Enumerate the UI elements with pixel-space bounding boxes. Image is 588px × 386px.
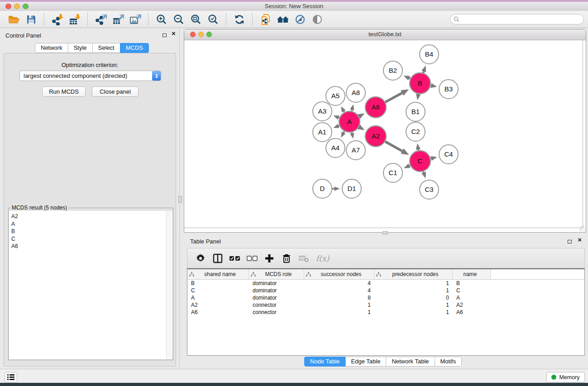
- run-mcds-button[interactable]: Run MCDS: [42, 86, 86, 97]
- graph-node-label: A3: [318, 107, 326, 115]
- graph-edge-B-B2[interactable]: [409, 78, 410, 79]
- tab-mcds[interactable]: MCDS: [120, 43, 149, 53]
- horizontal-splitter-handle[interactable]: [382, 231, 388, 234]
- graph-node-label: B: [418, 79, 422, 87]
- split-columns-icon[interactable]: [211, 252, 225, 265]
- save-session-icon[interactable]: [23, 13, 39, 26]
- graph-edge-C-C1[interactable]: [409, 166, 410, 166]
- dropdown-stepper-icon[interactable]: [152, 71, 161, 81]
- graph-edge-A-A5[interactable]: [344, 111, 344, 112]
- table-row[interactable]: Bdominator41B: [187, 280, 584, 287]
- table-cell: A2: [187, 301, 249, 309]
- graph-edge-C-C3[interactable]: [423, 172, 424, 172]
- table-row[interactable]: A2connector11A2: [187, 301, 584, 309]
- vertical-splitter-handle[interactable]: [178, 196, 182, 203]
- deselect-all-checkboxes-icon[interactable]: [245, 252, 259, 265]
- column-header-MCDS-role[interactable]: MCDS role: [249, 269, 304, 279]
- search-input[interactable]: [450, 14, 584, 24]
- export-table-icon[interactable]: [110, 13, 126, 26]
- zoom-in-icon[interactable]: [153, 13, 170, 26]
- table-row[interactable]: Adominator80A: [187, 294, 584, 301]
- clone-network-icon[interactable]: [258, 13, 274, 26]
- graph-node-label: A1: [318, 128, 326, 136]
- tab-network-table[interactable]: Network Table: [386, 357, 435, 367]
- export-image-icon[interactable]: [127, 13, 143, 26]
- delete-column-icon[interactable]: [280, 252, 293, 265]
- column-header-predecessor-nodes[interactable]: predecessor nodes: [374, 269, 453, 279]
- float-panel-icon[interactable]: [163, 33, 167, 37]
- graph-node-label: D: [320, 185, 325, 192]
- mcds-result-item[interactable]: A: [9, 220, 172, 228]
- export-network-icon[interactable]: [93, 13, 109, 26]
- graph-edge-arrowhead: [416, 94, 421, 100]
- search-field[interactable]: [461, 15, 583, 24]
- table-cell: 1: [374, 287, 453, 294]
- graph-edge-A6-B[interactable]: [385, 93, 402, 102]
- column-header-successor-nodes[interactable]: successor nodes: [304, 269, 374, 279]
- task-history-button[interactable]: [5, 372, 17, 382]
- graph-edge-arrowhead: [416, 143, 421, 150]
- close-table-panel-icon[interactable]: ×: [578, 236, 582, 244]
- network-graph[interactable]: B4B2BB3A8A5A6A3B1AA1C2A2A4A7C4CC1C3DD1: [184, 40, 583, 228]
- column-header-name[interactable]: name: [453, 269, 491, 279]
- optimization-criterion-label: Optimization criterion:: [4, 62, 176, 68]
- memory-button[interactable]: Memory: [546, 372, 585, 382]
- column-header-shared-name[interactable]: shared name: [187, 269, 249, 279]
- search-icon: [454, 16, 459, 22]
- hide-details-icon[interactable]: [292, 13, 308, 26]
- table-row[interactable]: A6connector11A6: [187, 309, 584, 316]
- refresh-layout-icon[interactable]: [231, 13, 248, 26]
- add-column-icon[interactable]: [263, 252, 276, 265]
- network-window-content: B4B2BB3A8A5A6A3B1AA1C2A2A4A7C4CC1C3DD1: [184, 40, 586, 232]
- graph-node-label: A5: [331, 92, 339, 100]
- delete-table-icon[interactable]: [297, 252, 311, 265]
- open-file-icon[interactable]: [6, 13, 22, 26]
- settings-gear-icon[interactable]: [194, 252, 207, 265]
- table-row[interactable]: Cdominator41C: [187, 287, 584, 294]
- graph-edge-A-A1[interactable]: [339, 126, 339, 126]
- network-window-titlebar[interactable]: testGlobe.txt: [184, 29, 586, 40]
- close-panel-icon[interactable]: ×: [172, 29, 176, 38]
- float-table-panel-icon[interactable]: [568, 240, 572, 243]
- graph-edge-A-A4[interactable]: [344, 131, 344, 133]
- mcds-result-item[interactable]: A2: [9, 213, 172, 220]
- import-table-icon[interactable]: [67, 13, 83, 26]
- graph-edge-B-B4[interactable]: [423, 71, 424, 73]
- mcds-result-item[interactable]: C: [9, 235, 172, 243]
- double-home-icon[interactable]: [275, 13, 291, 26]
- table-cell: 0: [374, 294, 453, 301]
- mcds-result-item[interactable]: A6: [9, 243, 172, 250]
- tab-network[interactable]: Network: [35, 43, 68, 53]
- graph-edge-arrowhead: [341, 106, 345, 112]
- zoom-out-icon[interactable]: [171, 13, 187, 26]
- column-tree-icon: [251, 272, 256, 277]
- graph-edge-arrowhead: [404, 163, 411, 168]
- tab-select[interactable]: Select: [92, 43, 120, 53]
- graph-edge-A-A8[interactable]: [352, 110, 352, 111]
- table-panel-title: Table Panel: [190, 238, 221, 245]
- graph-edge-A-A3[interactable]: [339, 118, 339, 118]
- graph-node-label: A8: [352, 89, 360, 96]
- column-header-label: predecessor nodes: [381, 271, 452, 277]
- mcds-result-item[interactable]: B: [9, 228, 172, 235]
- network-view-window: testGlobe.txt B4B2BB3A8A5A6A3B1AA1C2A2A4…: [184, 29, 586, 233]
- control-panel-tabs: NetworkStyleSelectMCDS: [35, 43, 149, 53]
- window-title: Session: New Session: [0, 3, 588, 10]
- select-all-checkboxes-icon[interactable]: [228, 252, 242, 265]
- preview-eye-icon[interactable]: [309, 13, 325, 26]
- function-builder-icon[interactable]: f(x): [316, 254, 329, 263]
- zoom-selected-icon[interactable]: [205, 13, 221, 26]
- tab-node-table[interactable]: Node Table: [304, 357, 346, 367]
- graph-edge-A2-C[interactable]: [385, 142, 402, 151]
- optimization-criterion-select[interactable]: largest connected component (directed): [19, 71, 161, 81]
- close-panel-button[interactable]: Close panel: [92, 86, 139, 97]
- tab-edge-table[interactable]: Edge Table: [345, 357, 387, 367]
- tab-motifs[interactable]: Motifs: [435, 357, 462, 367]
- zoom-fit-icon[interactable]: [188, 13, 204, 26]
- window-resize-grip[interactable]: [579, 226, 585, 232]
- network-canvas[interactable]: B4B2BB3A8A5A6A3B1AA1C2A2A4A7C4CC1C3DD1: [184, 40, 583, 228]
- import-network-icon[interactable]: [49, 13, 66, 26]
- result-list-scrollbar[interactable]: [166, 211, 172, 359]
- tab-style[interactable]: Style: [68, 43, 93, 53]
- table-cell: C: [187, 287, 249, 294]
